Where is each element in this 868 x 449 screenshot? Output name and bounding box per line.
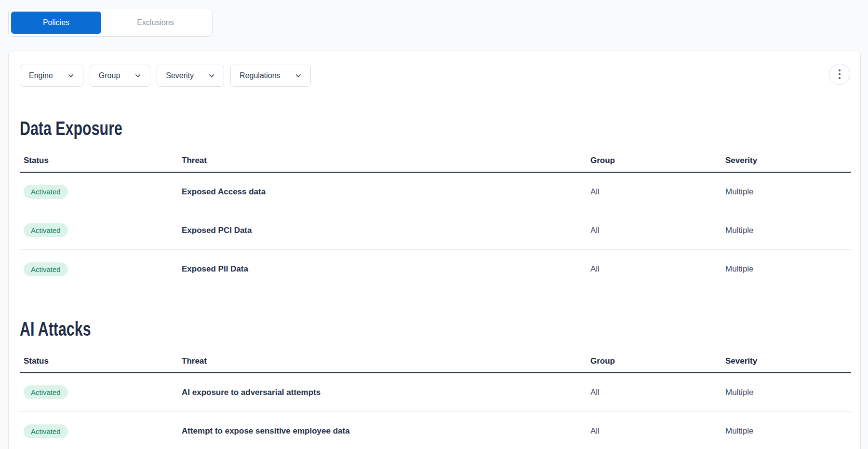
chevron-down-icon — [295, 72, 302, 79]
tab-exclusions[interactable]: Exclusions — [101, 12, 210, 34]
more-options-button[interactable] — [829, 64, 850, 85]
table-header-row: Status Threat Group Severity — [20, 356, 851, 373]
group-value: All — [590, 388, 725, 397]
section-title: AI Attacks — [20, 318, 91, 340]
severity-value: Multiple — [725, 226, 851, 235]
column-header-severity: Severity — [725, 356, 851, 366]
column-header-severity: Severity — [725, 156, 851, 165]
filter-dropdown-regulations[interactable]: Regulations — [230, 65, 311, 87]
filter-dropdown-group[interactable]: Group — [90, 65, 150, 87]
status-badge: Activated — [24, 385, 68, 399]
column-header-threat: Threat — [182, 356, 590, 366]
filter-dropdown-severity[interactable]: Severity — [157, 65, 224, 87]
group-value: All — [590, 426, 725, 436]
filter-label: Group — [99, 71, 120, 80]
table-header-row: Status Threat Group Severity — [20, 156, 851, 173]
section-ai-attacks: AI Attacks Status Threat Group Severity … — [20, 318, 851, 449]
group-value: All — [590, 226, 725, 235]
chevron-down-icon — [134, 72, 141, 79]
filter-label: Severity — [166, 71, 194, 80]
filter-dropdown-engine[interactable]: Engine — [20, 65, 83, 87]
table-row[interactable]: Activated Attempt to expose sensitive em… — [20, 412, 851, 449]
chevron-down-icon — [67, 72, 74, 79]
table-row[interactable]: Activated Exposed PII Data All Multiple — [20, 250, 851, 288]
threat-name: AI exposure to adversarial attempts — [182, 388, 590, 397]
filter-bar: EngineGroupSeverityRegulations — [20, 65, 851, 87]
table-body: Activated AI exposure to adversarial att… — [20, 373, 851, 449]
tab-policies[interactable]: Policies — [11, 12, 101, 34]
threat-name: Attempt to expose sensitive employee dat… — [182, 426, 590, 436]
column-header-threat: Threat — [182, 156, 590, 165]
section-data-exposure: Data Exposure Status Threat Group Severi… — [20, 118, 851, 288]
severity-value: Multiple — [725, 264, 851, 274]
status-badge: Activated — [24, 424, 68, 438]
threat-name: Exposed PCI Data — [182, 226, 590, 235]
table-row[interactable]: Activated Exposed Access data All Multip… — [20, 173, 851, 211]
table-row[interactable]: Activated Exposed PCI Data All Multiple — [20, 211, 851, 250]
table-row[interactable]: Activated AI exposure to adversarial att… — [20, 373, 851, 412]
section-title: Data Exposure — [20, 118, 122, 139]
severity-value: Multiple — [725, 426, 851, 436]
sections-container: Data Exposure Status Threat Group Severi… — [20, 118, 851, 449]
policies-panel: EngineGroupSeverityRegulations Data Expo… — [8, 51, 861, 449]
filter-label: Engine — [29, 71, 53, 80]
column-header-group: Group — [590, 156, 725, 165]
status-badge: Activated — [24, 185, 68, 199]
column-header-status: Status — [20, 156, 182, 165]
chevron-down-icon — [208, 72, 215, 79]
filter-label: Regulations — [240, 71, 280, 80]
status-badge: Activated — [24, 262, 68, 276]
severity-value: Multiple — [725, 187, 851, 197]
table-body: Activated Exposed Access data All Multip… — [20, 173, 851, 288]
vertical-ellipsis-icon — [839, 69, 841, 79]
threat-name: Exposed Access data — [182, 187, 590, 197]
status-badge: Activated — [24, 223, 68, 237]
column-header-group: Group — [590, 356, 725, 366]
threat-name: Exposed PII Data — [182, 264, 590, 274]
tab-group: PoliciesExclusions — [8, 9, 213, 37]
column-header-status: Status — [20, 356, 182, 366]
severity-value: Multiple — [725, 388, 851, 397]
group-value: All — [590, 187, 725, 197]
group-value: All — [590, 264, 725, 274]
